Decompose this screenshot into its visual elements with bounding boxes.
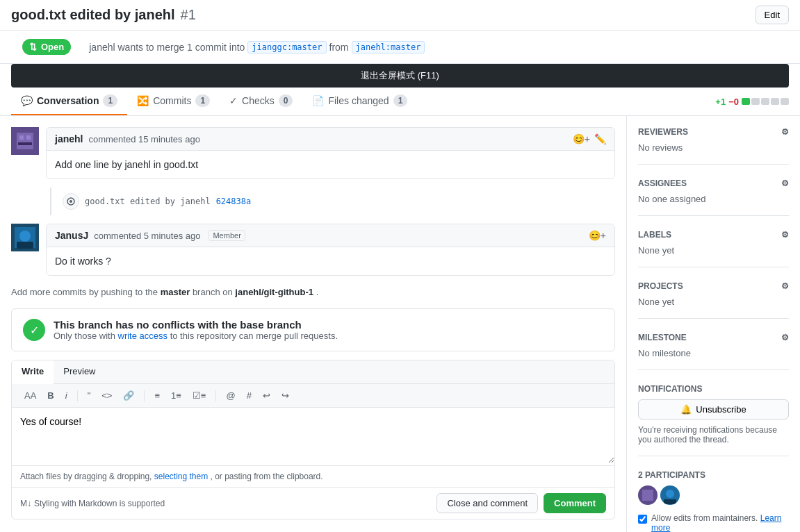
merge-status-subtitle: Only those with write access to this rep… <box>54 331 338 341</box>
assignees-gear-icon[interactable]: ⚙ <box>781 178 789 188</box>
toolbar-redo[interactable]: ↪ <box>277 388 293 403</box>
participant-avatar-2 <box>660 485 680 505</box>
milestone-value: No milestone <box>638 348 789 358</box>
toolbar-ref[interactable]: # <box>243 388 256 403</box>
tab-commits[interactable]: 🔀 Commits 1 <box>127 88 220 115</box>
toolbar-list-unordered[interactable]: ≡ <box>150 388 164 403</box>
toolbar-code[interactable]: <> <box>97 388 116 403</box>
unsubscribe-button[interactable]: 🔔 Unsubscribe <box>638 399 789 419</box>
pr-title: good.txt edited by janehl <box>11 7 175 23</box>
toolbar-heading[interactable]: AA <box>20 388 40 403</box>
labels-gear-icon[interactable]: ⚙ <box>781 230 789 240</box>
reviewers-value: No reviews <box>638 142 789 153</box>
commits-count: 1 <box>195 94 210 107</box>
merge-suffix: to this repository can merge pull reques… <box>170 331 338 341</box>
toolbar-italic[interactable]: i <box>61 388 72 403</box>
add-more-commits: Add more commits by pushing to the maste… <box>11 284 615 300</box>
reply-tabs: Write Preview <box>12 360 614 384</box>
conversation-count: 1 <box>103 94 117 107</box>
comment-author-2: JanusJ <box>55 230 88 241</box>
svg-rect-3 <box>26 135 31 140</box>
svg-rect-4 <box>18 142 32 145</box>
tab-files-changed[interactable]: 📄 Files changed 1 <box>302 88 417 115</box>
add-commits-period: . <box>316 287 319 297</box>
allow-edits-checkbox[interactable] <box>638 515 647 524</box>
checks-icon: ✓ <box>229 95 238 106</box>
milestone-gear-icon[interactable]: ⚙ <box>781 333 789 342</box>
toolbar-quote[interactable]: " <box>83 388 95 403</box>
commit-sha[interactable]: 624838a <box>216 197 252 206</box>
action-buttons: Close and comment Comment <box>436 493 606 513</box>
pr-meta-row: ⇅ Open janehl wants to merge 1 commit in… <box>0 31 800 64</box>
write-access-link[interactable]: write access <box>118 331 168 341</box>
comment-text-1: Add one line by janehl in good.txt <box>55 159 198 170</box>
files-icon: 📄 <box>312 95 324 106</box>
conversation-icon: 💬 <box>21 95 33 106</box>
checks-count: 0 <box>279 94 293 107</box>
comment-button[interactable]: Comment <box>544 493 606 513</box>
add-commits-text: Add more commits by pushing to the <box>11 287 158 297</box>
toolbar-task-list[interactable]: ☑≡ <box>188 388 211 403</box>
header-title: good.txt edited by janehl #1 <box>11 7 196 23</box>
projects-title: Projects ⚙ <box>638 281 789 291</box>
participant-avatar-1 <box>638 485 658 505</box>
milestone-title: Milestone ⚙ <box>638 333 789 342</box>
toolbar-bold[interactable]: B <box>43 388 58 403</box>
assignees-title: Assignees ⚙ <box>638 178 789 188</box>
toolbar-sep-2 <box>144 390 145 401</box>
reviewers-gear-icon[interactable]: ⚙ <box>781 127 789 137</box>
participants-section: 2 participants <box>638 470 789 505</box>
comment-block-1: janehl commented 15 minutes ago 😊+ ✏️ Ad… <box>11 127 615 179</box>
toolbar-link[interactable]: 🔗 <box>119 388 138 403</box>
edit-icon-1[interactable]: ✏️ <box>594 133 606 144</box>
assignees-value: No one assigned <box>638 194 789 204</box>
emoji-react-icon-1[interactable]: 😊+ <box>573 133 590 144</box>
sidebar: Reviewers ⚙ No reviews Assignees ⚙ No on… <box>626 116 800 532</box>
write-tab[interactable]: Write <box>12 360 54 384</box>
reviewers-label: Reviewers <box>638 127 688 137</box>
notifications-label: Notifications <box>638 384 702 394</box>
comment-time-1: commented 15 minutes ago <box>88 134 199 144</box>
svg-rect-12 <box>642 490 653 501</box>
emoji-react-icon-2[interactable]: 😊+ <box>589 230 606 241</box>
avatar-janehl <box>11 127 39 155</box>
milestone-label: Milestone <box>638 333 687 342</box>
labels-title: Labels ⚙ <box>638 230 789 240</box>
comment-actions-2: 😊+ <box>589 230 606 241</box>
comment-box-1: janehl commented 15 minutes ago 😊+ ✏️ Ad… <box>46 127 615 179</box>
participants-avatars <box>638 485 789 505</box>
head-branch[interactable]: janehl:master <box>352 41 425 53</box>
diff-block-gray-3 <box>771 98 779 105</box>
toolbar-mention[interactable]: @ <box>222 388 239 403</box>
toolbar-undo[interactable]: ↩ <box>259 388 275 403</box>
projects-gear-icon[interactable]: ⚙ <box>781 281 789 291</box>
preview-tab[interactable]: Preview <box>54 360 105 383</box>
checks-label: Checks <box>242 95 275 106</box>
tab-conversation[interactable]: 💬 Conversation 1 <box>11 88 127 115</box>
sidebar-reviewers: Reviewers ⚙ No reviews <box>638 127 789 165</box>
diff-blocks <box>742 98 789 105</box>
sidebar-notifications: Notifications 🔔 Unsubscribe You're recei… <box>638 384 789 456</box>
svg-rect-1 <box>17 133 33 149</box>
selecting-them-link[interactable]: selecting them <box>154 472 208 481</box>
conversation-area: janehl commented 15 minutes ago 😊+ ✏️ Ad… <box>0 116 626 532</box>
edit-button[interactable]: Edit <box>756 6 789 24</box>
additions: +1 <box>715 97 726 107</box>
files-count: 1 <box>393 94 408 107</box>
comment-author-1: janehl <box>55 133 83 144</box>
close-comment-button[interactable]: Close and comment <box>436 493 538 513</box>
toolbar-list-ordered[interactable]: 1≡ <box>167 388 186 403</box>
reply-textarea[interactable]: Yes of course! <box>12 408 614 463</box>
markdown-note: M↓ Styling with Markdown is supported <box>20 499 165 508</box>
reply-box: Write Preview AA B i " <> 🔗 ≡ 1≡ ☑≡ @ <box>11 360 615 519</box>
open-label: Open <box>41 42 64 52</box>
comment-header-2: JanusJ commented 5 minutes ago Member 😊+ <box>47 224 614 247</box>
page-container: good.txt edited by janehl #1 Edit ⇅ Open… <box>0 0 800 532</box>
merge-info: janehl wants to merge 1 commit into jian… <box>89 41 425 53</box>
reply-footer: Attach files by dragging & dropping, sel… <box>12 465 614 487</box>
base-branch[interactable]: jianggc:master <box>247 41 326 53</box>
tab-checks[interactable]: ✓ Checks 0 <box>220 88 302 115</box>
svg-rect-10 <box>17 242 33 249</box>
check-icon: ✓ <box>23 319 45 341</box>
formatting-toolbar: AA B i " <> 🔗 ≡ 1≡ ☑≡ @ # ↩ ↪ <box>12 384 614 408</box>
